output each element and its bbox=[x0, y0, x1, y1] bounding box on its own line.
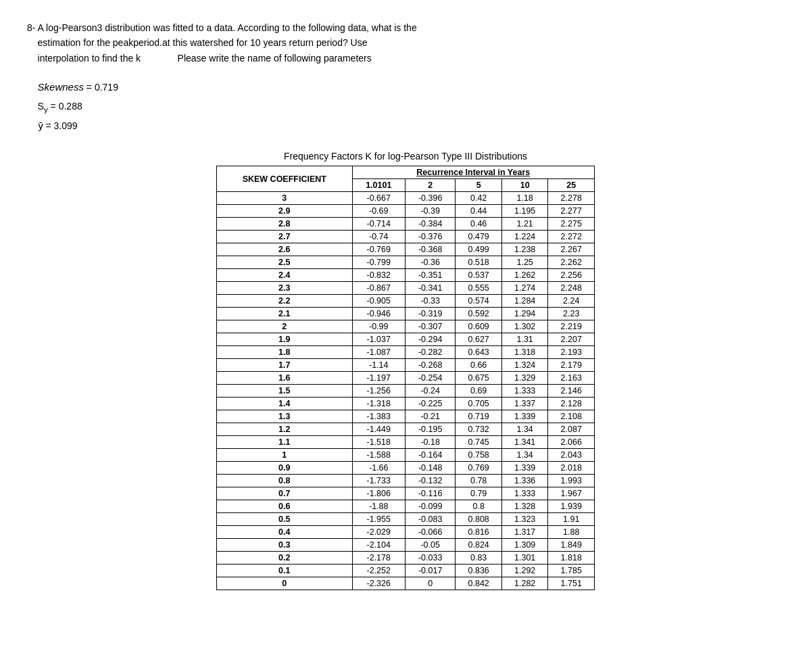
data-cell: 2.267 bbox=[548, 243, 595, 256]
table-row: 2.3-0.867-0.3410.5551.2742.248 bbox=[217, 282, 595, 295]
data-cell: -0.351 bbox=[405, 269, 455, 282]
data-cell: 2.018 bbox=[548, 462, 595, 475]
data-cell: 1.18 bbox=[501, 192, 548, 205]
data-cell: 0.499 bbox=[456, 243, 502, 256]
data-cell: 0.758 bbox=[456, 449, 502, 462]
table-row: 2.7-0.74-0.3760.4791.2242.272 bbox=[217, 231, 595, 243]
data-cell: 0.83 bbox=[456, 552, 502, 565]
data-cell: 1.324 bbox=[501, 359, 548, 372]
data-cell: 1.34 bbox=[501, 449, 548, 462]
table-row: 1.3-1.383-0.210.7191.3392.108 bbox=[217, 410, 595, 423]
data-cell: -1.88 bbox=[352, 500, 405, 513]
table-wrapper: SKEW COEFFICIENT Recurrence Interval in … bbox=[27, 166, 784, 590]
skew-coeff-cell: 2.8 bbox=[217, 218, 353, 231]
data-cell: -1.449 bbox=[352, 423, 405, 436]
data-cell: 2.24 bbox=[548, 295, 595, 308]
data-cell: -0.195 bbox=[405, 423, 455, 436]
data-cell: -0.268 bbox=[405, 359, 455, 372]
frequency-table: SKEW COEFFICIENT Recurrence Interval in … bbox=[216, 166, 595, 590]
parameters-block: Skewness = 0.719 Sy = 0.288 ȳ = 3.099 bbox=[27, 78, 784, 135]
col-header-1-0101: 1.0101 bbox=[352, 179, 405, 192]
data-cell: 1.323 bbox=[501, 513, 548, 526]
data-cell: -0.307 bbox=[405, 320, 455, 333]
data-cell: 1.333 bbox=[501, 487, 548, 500]
data-cell: 1.333 bbox=[501, 385, 548, 398]
data-cell: -0.148 bbox=[405, 462, 455, 475]
data-cell: -1.037 bbox=[352, 333, 405, 346]
data-cell: 1.849 bbox=[548, 539, 595, 552]
skew-coeff-cell: 1.9 bbox=[217, 333, 353, 346]
data-cell: 2.256 bbox=[548, 269, 595, 282]
table-row: 0.6-1.88-0.0990.81.3281.939 bbox=[217, 500, 595, 513]
skew-coeff-cell: 1.2 bbox=[217, 423, 353, 436]
data-cell: 1.818 bbox=[548, 552, 595, 565]
data-cell: 0.627 bbox=[456, 333, 502, 346]
data-cell: -0.116 bbox=[405, 487, 455, 500]
data-cell: -0.396 bbox=[405, 192, 455, 205]
table-row: 2.6-0.769-0.3680.4991.2382.267 bbox=[217, 243, 595, 256]
skew-coeff-cell: 2.2 bbox=[217, 295, 353, 308]
ybar-label: ȳ bbox=[38, 120, 43, 131]
table-row: 1.4-1.318-0.2250.7051.3372.128 bbox=[217, 398, 595, 410]
data-cell: 1.939 bbox=[548, 500, 595, 513]
table-row: 1.8-1.087-0.2820.6431.3182.193 bbox=[217, 346, 595, 359]
table-row: 2.1-0.946-0.3190.5921.2942.23 bbox=[217, 308, 595, 320]
data-cell: 1.91 bbox=[548, 513, 595, 526]
skew-coeff-cell: 2 bbox=[217, 320, 353, 333]
data-cell: 0.479 bbox=[456, 231, 502, 243]
table-row: 0.2-2.178-0.0330.831.3011.818 bbox=[217, 552, 595, 565]
data-cell: 1.195 bbox=[501, 205, 548, 218]
data-cell: -0.74 bbox=[352, 231, 405, 243]
data-cell: 2.248 bbox=[548, 282, 595, 295]
data-cell: -1.66 bbox=[352, 462, 405, 475]
data-cell: -0.867 bbox=[352, 282, 405, 295]
skew-coeff-header: SKEW COEFFICIENT bbox=[217, 166, 353, 192]
data-cell: -1.518 bbox=[352, 436, 405, 449]
data-cell: 1.262 bbox=[501, 269, 548, 282]
data-cell: 0.719 bbox=[456, 410, 502, 423]
data-cell: 0.69 bbox=[456, 385, 502, 398]
skew-coeff-cell: 0.1 bbox=[217, 565, 353, 577]
table-row: 0.4-2.029-0.0660.8161.3171.88 bbox=[217, 526, 595, 539]
data-cell: -0.368 bbox=[405, 243, 455, 256]
data-cell: 2.207 bbox=[548, 333, 595, 346]
table-row: 3-0.667-0.3960.421.182.278 bbox=[217, 192, 595, 205]
data-cell: 0.79 bbox=[456, 487, 502, 500]
data-cell: -2.104 bbox=[352, 539, 405, 552]
data-cell: 1.339 bbox=[501, 462, 548, 475]
col-header-10: 10 bbox=[501, 179, 548, 192]
data-cell: -0.714 bbox=[352, 218, 405, 231]
data-cell: 0.842 bbox=[456, 577, 502, 590]
data-cell: 2.087 bbox=[548, 423, 595, 436]
skew-coeff-cell: 2.9 bbox=[217, 205, 353, 218]
data-cell: -0.384 bbox=[405, 218, 455, 231]
skew-coeff-cell: 0.3 bbox=[217, 539, 353, 552]
data-cell: 1.967 bbox=[548, 487, 595, 500]
table-row: 2.2-0.905-0.330.5741.2842.24 bbox=[217, 295, 595, 308]
data-cell: 1.328 bbox=[501, 500, 548, 513]
skew-coeff-cell: 0.7 bbox=[217, 487, 353, 500]
data-cell: 2.193 bbox=[548, 346, 595, 359]
skew-coeff-cell: 2.6 bbox=[217, 243, 353, 256]
data-cell: -0.132 bbox=[405, 475, 455, 487]
data-cell: 0.675 bbox=[456, 372, 502, 385]
table-row: 0.7-1.806-0.1160.791.3331.967 bbox=[217, 487, 595, 500]
data-cell: -0.017 bbox=[405, 565, 455, 577]
data-cell: 1.34 bbox=[501, 423, 548, 436]
data-cell: 0.643 bbox=[456, 346, 502, 359]
data-cell: 2.277 bbox=[548, 205, 595, 218]
data-cell: 0.808 bbox=[456, 513, 502, 526]
data-cell: 1.224 bbox=[501, 231, 548, 243]
table-row: 0-2.32600.8421.2821.751 bbox=[217, 577, 595, 590]
data-cell: -1.955 bbox=[352, 513, 405, 526]
data-cell: 2.219 bbox=[548, 320, 595, 333]
data-cell: -1.806 bbox=[352, 487, 405, 500]
data-cell: 1.294 bbox=[501, 308, 548, 320]
data-cell: 1.309 bbox=[501, 539, 548, 552]
skew-coeff-cell: 1.3 bbox=[217, 410, 353, 423]
data-cell: 2.066 bbox=[548, 436, 595, 449]
data-cell: 2.163 bbox=[548, 372, 595, 385]
data-cell: 2.278 bbox=[548, 192, 595, 205]
table-row: 2-0.99-0.3070.6091.3022.219 bbox=[217, 320, 595, 333]
table-row: 1-1.588-0.1640.7581.342.043 bbox=[217, 449, 595, 462]
